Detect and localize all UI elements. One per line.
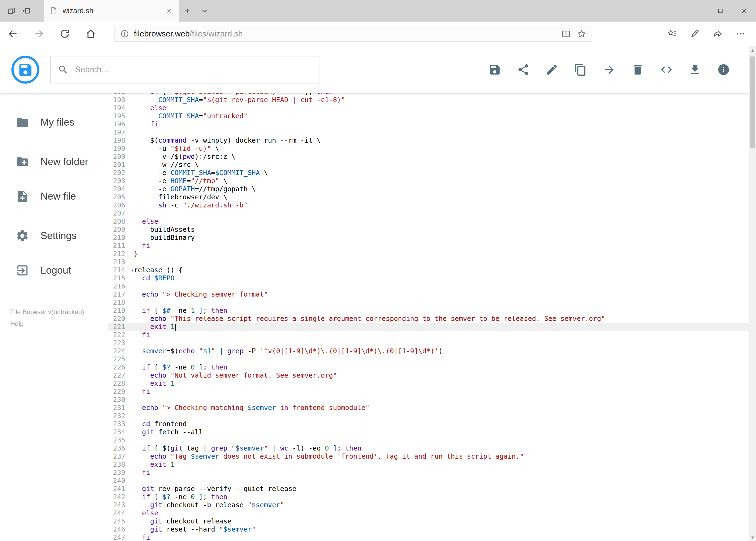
close-button[interactable] <box>732 0 756 22</box>
code-line[interactable]: 201 -w //src \ <box>108 161 749 169</box>
code-line[interactable]: 226 if [ $? -ne 0 ]; then <box>108 363 749 371</box>
code-line[interactable]: 225 <box>108 355 749 363</box>
sidebar-item-logout[interactable]: Logout <box>0 253 108 287</box>
scroll-down-icon[interactable]: ▼ <box>749 533 756 541</box>
sidebar-item-new-folder[interactable]: New folder <box>0 145 108 179</box>
share-button[interactable] <box>517 63 530 76</box>
code-line[interactable]: 238 exit 1 <box>108 460 749 469</box>
code-line[interactable]: 244 else <box>108 509 749 517</box>
tab-close-icon[interactable] <box>166 7 173 14</box>
code-line[interactable]: 241 git rev-parse --verify --quiet relea… <box>108 485 749 493</box>
code-line[interactable]: 217 echo "> Checking semver format" <box>108 290 749 298</box>
code-line[interactable]: 235 <box>108 436 749 444</box>
tab-preview-chevron-icon[interactable] <box>196 0 213 22</box>
code-line[interactable]: 216 <box>108 282 749 290</box>
info-button[interactable] <box>717 63 730 76</box>
page-scrollbar[interactable]: ▲ ▼ <box>749 46 756 541</box>
code-line[interactable]: 197 <box>108 128 749 136</box>
favorite-star-icon[interactable] <box>577 29 586 38</box>
code-line[interactable]: 223 <box>108 339 749 347</box>
share-page-icon[interactable] <box>706 22 729 46</box>
code-line[interactable]: 204 -e GOPATH=//tmp/gopath \ <box>108 185 749 193</box>
code-line[interactable]: 194 else <box>108 104 749 112</box>
code-line[interactable]: 192 if [ "$(git status --porcelain)" = "… <box>108 93 749 96</box>
code-line[interactable]: 230 <box>108 396 749 404</box>
browser-tab[interactable]: wizard.sh <box>44 0 179 22</box>
forward-button[interactable] <box>26 22 52 46</box>
code-line[interactable]: 232 <box>108 412 749 420</box>
code-line[interactable]: 220 echo "This release script requires a… <box>108 315 749 323</box>
code-line[interactable]: 228 exit 1 <box>108 379 749 387</box>
code-line[interactable]: 245 git checkout release <box>108 517 749 525</box>
maximize-button[interactable] <box>708 0 732 22</box>
save-button[interactable] <box>488 63 501 76</box>
code-line[interactable]: 203 -e HOME="//tmp" \ <box>108 177 749 185</box>
download-button[interactable] <box>688 63 701 76</box>
code-line[interactable]: 206 sh -c "./wizard.sh -b" <box>108 201 749 209</box>
set-tabs-aside-icon[interactable] <box>19 0 34 22</box>
tabs-you-set-aside-icon[interactable] <box>4 0 19 22</box>
filebrowser-logo[interactable] <box>11 56 39 84</box>
code-line[interactable]: 224 semver=$(echo "$1" | grep -P '^v(0|[… <box>108 347 749 355</box>
delete-button[interactable] <box>631 63 644 76</box>
code-line[interactable]: 239 fi <box>108 469 749 477</box>
code-line[interactable]: 231 echo "> Checking matching $semver in… <box>108 404 749 412</box>
back-button[interactable] <box>0 22 26 46</box>
code-line[interactable]: 221 exit 1 <box>108 323 749 331</box>
code-line[interactable]: 234 git fetch --all <box>108 428 749 436</box>
scroll-up-icon[interactable]: ▲ <box>749 46 756 54</box>
code-line[interactable]: 199 -u "$(id -u)" \ <box>108 145 749 153</box>
sidebar-item-new-file[interactable]: New file <box>0 179 108 214</box>
move-button[interactable] <box>603 63 616 76</box>
code-line[interactable]: 215 cd $REPO <box>108 274 749 282</box>
code-line[interactable]: 247 fi <box>108 533 749 541</box>
address-bar[interactable]: filebrowser.web/files/wizard.sh <box>115 26 592 42</box>
help-link[interactable]: Help <box>10 320 108 327</box>
code-line[interactable]: 233 cd frontend <box>108 420 749 428</box>
code-line[interactable]: 243 git checkout -b release "$semver" <box>108 501 749 509</box>
code-line[interactable]: 227 echo "Not valid semver format. See s… <box>108 371 749 379</box>
sidebar-item-my-files[interactable]: My files <box>0 105 108 140</box>
code-line[interactable]: 200 -v /$(pwd):/src:z \ <box>108 153 749 161</box>
minimize-button[interactable] <box>685 0 708 22</box>
home-button[interactable] <box>78 22 104 46</box>
code-line[interactable]: 195 COMMIT_SHA="untracked" <box>108 112 749 120</box>
code-line[interactable]: 229 fi <box>108 387 749 396</box>
refresh-button[interactable] <box>52 22 78 46</box>
code-line[interactable]: 202 -e COMMIT_SHA=$COMMIT_SHA \ <box>108 169 749 177</box>
page-info-icon[interactable] <box>121 29 129 38</box>
code-line[interactable]: 240 <box>108 477 749 485</box>
code-line[interactable]: 218 <box>108 298 749 306</box>
fold-arrow-icon[interactable]: ▾ <box>131 266 134 274</box>
code-line[interactable]: 236 if [ $(git tag | grep "$semver" | wc… <box>108 444 749 452</box>
code-line[interactable]: 213 <box>108 258 749 266</box>
code-line[interactable]: 237 echo "Tag $semver does not exist in … <box>108 452 749 460</box>
code-line[interactable]: 211 fi <box>108 242 749 250</box>
code-line[interactable]: 210 buildBinary <box>108 234 749 242</box>
code-line[interactable]: 196 fi <box>108 120 749 128</box>
scrollbar-thumb[interactable] <box>750 56 755 148</box>
more-options-icon[interactable] <box>729 22 752 46</box>
code-line[interactable]: 193 COMMIT_SHA="$(git rev-parse HEAD | c… <box>108 96 749 104</box>
reading-view-icon[interactable] <box>561 29 571 38</box>
sidebar-item-settings[interactable]: Settings <box>0 219 108 253</box>
edit-button[interactable] <box>546 63 559 76</box>
code-line[interactable]: 219 if [ $# -ne 1 ]; then <box>108 306 749 315</box>
code-line[interactable]: 242 if [ $? -ne 0 ]; then <box>108 493 749 501</box>
code-line[interactable]: 222 fi <box>108 331 749 339</box>
code-line[interactable]: 212} <box>108 250 749 258</box>
new-tab-button[interactable] <box>179 0 196 22</box>
hub-icon[interactable] <box>661 22 684 46</box>
code-line[interactable]: 209 buildAssets <box>108 226 749 234</box>
code-line[interactable]: 198 $(command -v winpty) docker run --rm… <box>108 136 749 145</box>
annotate-icon[interactable] <box>684 22 706 46</box>
code-line[interactable]: 208 else <box>108 218 749 226</box>
code-editor[interactable]: 192 if [ "$(git status --porcelain)" = "… <box>108 93 749 541</box>
code-line[interactable]: 246 git reset --hard "$semver" <box>108 525 749 533</box>
search-input[interactable] <box>75 65 313 75</box>
copy-button[interactable] <box>574 63 587 76</box>
search-box[interactable] <box>50 56 320 84</box>
code-line[interactable]: 214▾release () { <box>108 266 749 274</box>
code-line[interactable]: 207 <box>108 209 749 218</box>
source-code-button[interactable] <box>660 63 673 76</box>
